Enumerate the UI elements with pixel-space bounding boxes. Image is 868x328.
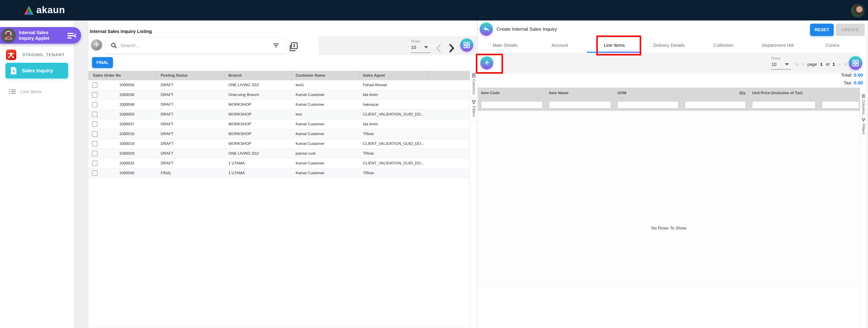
first-page-button[interactable]: |<	[796, 62, 799, 67]
row-select-cell: 1000032	[88, 161, 157, 166]
row-checkbox[interactable]	[92, 161, 97, 166]
grid-view-button[interactable]	[849, 56, 862, 70]
cell-branch: WORKSHOP	[225, 102, 292, 107]
user-avatar[interactable]	[851, 4, 865, 18]
last-page-button[interactable]: >|	[844, 62, 847, 67]
column-header[interactable]	[819, 88, 860, 98]
akaun-triangle-icon	[24, 5, 34, 15]
sidebar-item-line-items[interactable]: Line Items	[0, 86, 74, 97]
filter-input-3[interactable]	[617, 101, 679, 109]
table-row[interactable]: 1000037DRAFTWORKSHOPKamal CustomerIda Am…	[88, 119, 470, 129]
cell-branch: ONE LIVING SS2	[225, 151, 292, 156]
table-row[interactable]: 1000048DRAFTWORKSHOPKamal Customerhaknaz…	[88, 100, 470, 110]
final-status-filter-button[interactable]: FINAL	[92, 57, 113, 68]
column-header[interactable]: Unit Price (Inclusive of Tax)	[749, 88, 819, 98]
column-header[interactable]: Item Code	[478, 88, 546, 98]
filters-side-tab[interactable]: Filters	[470, 98, 478, 121]
table-row[interactable]: 1000003DRAFTWORKSHOPtestCLIENT_VALIDATIO…	[88, 110, 470, 119]
row-checkbox[interactable]	[92, 170, 97, 176]
column-header[interactable]: Sales Order No	[88, 71, 157, 80]
filters-tab-label: Filters	[861, 124, 866, 134]
column-header[interactable]: Item Name	[546, 88, 614, 98]
row-select-cell: 1000048	[88, 102, 157, 107]
rows-select-underline	[771, 69, 791, 70]
filters-tab-label: Filters	[472, 106, 476, 117]
table-row[interactable]: 1000040FINAL1 UTAMAKamal CustomerTRixie	[88, 168, 470, 178]
search-input[interactable]	[120, 43, 273, 49]
tab-collection[interactable]: Collection	[696, 38, 751, 53]
cell-customer-name: Kamal Customer	[292, 122, 359, 127]
add-inquiry-button[interactable]: +	[91, 39, 102, 50]
create-button[interactable]: CREATE	[836, 24, 865, 36]
reset-button[interactable]: RESET	[810, 24, 834, 36]
grid-icon	[852, 59, 859, 67]
filter-input-4[interactable]	[685, 101, 746, 109]
rows-per-page-select[interactable]: 10	[411, 45, 416, 50]
row-checkbox[interactable]	[92, 92, 97, 98]
filters-side-tab[interactable]: Filters	[860, 116, 867, 139]
sidebar-collapse-icon[interactable]	[67, 32, 76, 39]
pages-count-icon[interactable]: 2	[289, 42, 298, 52]
svg-text:2: 2	[293, 44, 296, 48]
prev-page-button[interactable]: <	[802, 62, 804, 67]
cell-sales-agent: Fahad Ahmad	[359, 83, 427, 87]
table-row[interactable]: 1000029DRAFTONE LIVING SS2joanne custTRi…	[88, 149, 470, 159]
rows-caret-icon[interactable]	[785, 63, 789, 65]
row-checkbox[interactable]	[92, 151, 97, 156]
cell-sales-order-no: 1000016	[119, 132, 134, 136]
back-button[interactable]	[480, 23, 493, 36]
tab-account[interactable]: Account	[532, 38, 587, 53]
add-line-item-button[interactable]: +	[480, 56, 493, 70]
columns-side-tab[interactable]: Columns	[860, 92, 867, 116]
filter-cell	[614, 101, 682, 109]
column-header[interactable]: Posting Status	[157, 71, 225, 80]
row-checkbox[interactable]	[92, 121, 97, 127]
filter-input-6[interactable]	[822, 101, 859, 109]
applet-header[interactable]: Internal Sales Inquiry Applet	[0, 27, 81, 44]
column-header[interactable]: Customer Name	[292, 71, 359, 80]
row-checkbox[interactable]	[92, 82, 97, 88]
tenant-row[interactable]: STAGING_TENANT	[0, 47, 74, 62]
row-checkbox[interactable]	[92, 102, 97, 107]
rows-per-page-select[interactable]: 10	[771, 62, 776, 67]
prev-page-chevron[interactable]	[436, 44, 441, 53]
cell-posting-status: DRAFT	[157, 102, 225, 107]
next-page-button[interactable]: >	[838, 62, 840, 67]
columns-side-tab[interactable]: Columns	[470, 71, 478, 98]
filter-input-5[interactable]	[752, 101, 815, 109]
cell-sales-order-no: 1000029	[119, 151, 134, 156]
panel-scrollbar[interactable]	[866, 21, 868, 328]
table-row[interactable]: 1000016DRAFTWORKSHOPKamal CustomerTRixie	[88, 129, 470, 139]
grid-view-button[interactable]	[460, 38, 473, 52]
column-header[interactable]: UOM	[614, 88, 682, 98]
row-checkbox[interactable]	[92, 112, 97, 117]
next-page-chevron[interactable]	[449, 44, 455, 53]
table-row[interactable]: 1000030DRAFTOneLiving BranchKamal Custom…	[88, 90, 470, 100]
tab-main-details[interactable]: Main Details	[478, 38, 532, 53]
sidebar-item-sales-inquiry[interactable]: $ Sales Inquiry	[5, 63, 68, 79]
cell-customer-name: Kamal Customer	[292, 141, 359, 146]
cell-customer-name: Kamal Customer	[292, 161, 359, 166]
table-row[interactable]: 1000056DRAFTONE LIVING SS2test1Fahad Ahm…	[88, 80, 470, 90]
sidebar: Internal Sales Inquiry Applet STAGING_TE…	[0, 21, 74, 328]
column-header[interactable]: Branch	[225, 71, 292, 80]
filter-input-1[interactable]	[481, 101, 542, 109]
row-checkbox[interactable]	[92, 141, 97, 146]
filter-cell	[478, 101, 546, 109]
tab-department-hdr[interactable]: Department Hdr	[751, 38, 805, 53]
table-row[interactable]: 1000032DRAFT1 UTAMAKamal CustomerCLIENT_…	[88, 159, 470, 168]
table-row[interactable]: 1000018DRAFTWORKSHOPKamal CustomerCLIENT…	[88, 139, 470, 149]
cell-sales-agent: CLIENT_VALIDATION_GUID_DO...	[359, 141, 427, 146]
filter-input-2[interactable]	[549, 101, 611, 109]
top-bar: akaun	[0, 0, 868, 21]
cell-posting-status: DRAFT	[157, 122, 225, 127]
tab-contra[interactable]: Contra	[805, 38, 860, 53]
column-header[interactable]: Sales Agent	[359, 71, 427, 80]
column-header[interactable]: Qty	[682, 88, 749, 98]
row-checkbox[interactable]	[92, 131, 97, 137]
rows-caret-icon[interactable]	[424, 46, 428, 49]
cell-posting-status: DRAFT	[157, 132, 225, 136]
cell-sales-agent: CLIENT_VALIDATION_GUID_DO...	[359, 112, 427, 117]
tab-delivery-details[interactable]: Delivery Details	[642, 38, 696, 53]
filter-lines-icon[interactable]	[273, 43, 279, 48]
